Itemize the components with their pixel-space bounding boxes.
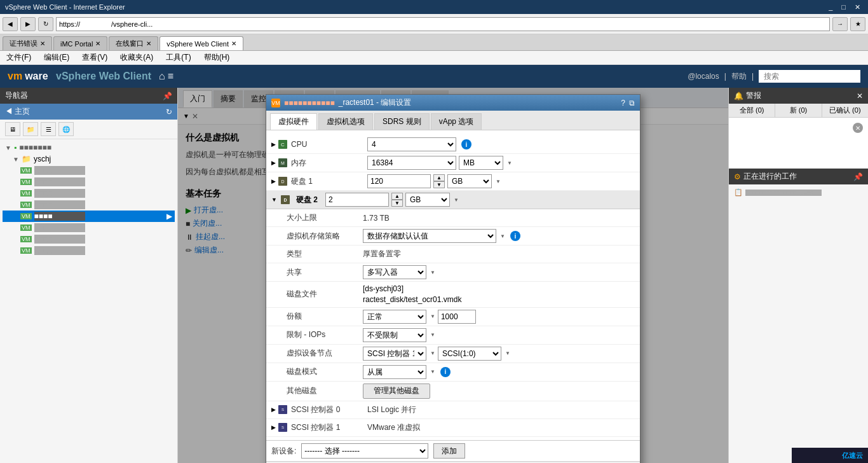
- close-button[interactable]: ✕: [852, 3, 863, 11]
- bottom-logo: 亿速云: [842, 451, 863, 460]
- modal-expand-icon[interactable]: ⧉: [629, 99, 635, 107]
- memory-label: 内存: [291, 158, 367, 169]
- storage-policy-select[interactable]: 数据存储默认认值: [363, 229, 496, 243]
- alert-tab-all[interactable]: 全部 (0): [729, 104, 775, 117]
- manage-disk-button[interactable]: 管理其他磁盘: [363, 384, 430, 399]
- share-num-input[interactable]: [438, 310, 476, 324]
- menu-favorites[interactable]: 收藏夹(A): [118, 51, 156, 64]
- cpu-expand-icon[interactable]: ▶: [271, 141, 276, 148]
- modal-tab-hardware[interactable]: 虚拟硬件: [270, 113, 317, 130]
- tab-close-icon[interactable]: ✕: [40, 40, 45, 47]
- alert-tab-new[interactable]: 新 (0): [775, 104, 822, 117]
- iops-select[interactable]: 不受限制: [363, 328, 426, 342]
- address-bar[interactable]: [56, 17, 830, 31]
- disk2-expand-icon[interactable]: ▼: [271, 197, 277, 203]
- tab-imc-portal[interactable]: iMC Portal ✕: [53, 36, 107, 50]
- disk-mode-select[interactable]: 从属: [363, 365, 426, 379]
- scsi0-expand-icon[interactable]: ▶: [271, 406, 276, 413]
- task-item[interactable]: 📋 ■■■■■■■■■■■■■■■_racte...: [734, 187, 863, 198]
- menu-file[interactable]: 文件(F): [4, 51, 34, 64]
- modal-titlebar: VM ■■■■■■■■■■■ _ractest01 - 编辑设置 ? ⧉: [266, 95, 640, 111]
- cpu-value-select[interactable]: 4: [367, 137, 456, 151]
- share-select[interactable]: 多写入器: [363, 265, 426, 279]
- vsphere-header-right: @localos | 帮助 |: [688, 70, 860, 83]
- disk2-unit-select[interactable]: GB TB: [405, 193, 450, 207]
- tab-online-window[interactable]: 在线窗口 ✕: [109, 36, 158, 50]
- disk1-unit-select[interactable]: GB TB: [447, 174, 492, 188]
- tree-item-7[interactable]: VM ■■■■: [3, 245, 175, 256]
- minimize-button[interactable]: _: [826, 3, 835, 11]
- modal-tab-vapp[interactable]: vApp 选项: [431, 113, 482, 130]
- share-num-arrow: ▼: [430, 314, 435, 319]
- modal-tab-sdrs[interactable]: SDRS 规则: [374, 113, 430, 130]
- storage-policy-info-icon[interactable]: i: [510, 231, 520, 241]
- tab-certificate-error[interactable]: 证书错误 ✕: [3, 36, 52, 50]
- new-device-select[interactable]: ------- 选择 -------: [301, 443, 428, 459]
- memory-value-select[interactable]: 16384: [367, 156, 456, 170]
- tab-close-icon[interactable]: ✕: [95, 40, 100, 47]
- go-button[interactable]: →: [832, 17, 848, 31]
- modal-tab-vm-options[interactable]: 虚拟机选项: [318, 113, 373, 130]
- tree-item-6[interactable]: VM ■■■■: [3, 233, 175, 245]
- disk2-spin-down[interactable]: ▼: [391, 200, 403, 207]
- modal-help-icon[interactable]: ?: [621, 99, 625, 107]
- titlebar-controls[interactable]: _ □ ✕: [826, 3, 863, 11]
- disk-mode-info-icon[interactable]: i: [440, 367, 451, 377]
- scsi1-expand-icon[interactable]: ▶: [271, 424, 276, 431]
- memory-unit-select[interactable]: MB GB: [459, 156, 503, 170]
- menu-tools[interactable]: 工具(T): [163, 51, 193, 64]
- tree-item-root[interactable]: ▼ ▪ ■■■■■■■: [3, 142, 175, 153]
- share-num-select[interactable]: 正常: [363, 310, 426, 324]
- alert-tab-confirmed[interactable]: 已确认 (0): [822, 104, 868, 117]
- menu-view[interactable]: 查看(V): [79, 51, 110, 64]
- refresh-button[interactable]: ↻: [38, 17, 53, 31]
- tree-item-3[interactable]: VM ■■■■: [3, 188, 175, 199]
- cpu-info-icon[interactable]: i: [461, 139, 471, 149]
- home-nav[interactable]: ◀ 主页: [5, 106, 30, 117]
- disk2-value-input[interactable]: [325, 193, 389, 207]
- alerts-close-icon[interactable]: ✕: [857, 92, 863, 100]
- tree-item-5[interactable]: VM ■■■■: [3, 222, 175, 233]
- disk1-spinner: ▲ ▼: [433, 174, 445, 188]
- tab-close-icon[interactable]: ✕: [231, 40, 236, 47]
- disk1-value-input[interactable]: [367, 174, 431, 188]
- help-link[interactable]: 帮助: [731, 71, 747, 82]
- storage-policy-control: 数据存储默认认值 ▼ i: [363, 229, 635, 243]
- tree-item-selected[interactable]: VM ■■■■ ▶: [3, 211, 175, 222]
- sidebar-icon-list[interactable]: ☰: [41, 122, 56, 136]
- tasks-pin-icon[interactable]: 📌: [853, 172, 863, 181]
- tab-label: 在线窗口: [116, 39, 144, 48]
- device-node-select2[interactable]: SCSI(1:0): [438, 347, 501, 361]
- disk1-expand-icon[interactable]: ▶: [271, 178, 276, 184]
- disk2-share-num-row: 份额 正常 ▼: [266, 308, 640, 326]
- tree-item-2[interactable]: VM ■■■■: [3, 176, 175, 188]
- memory-expand-icon[interactable]: ▶: [271, 160, 276, 166]
- menu-edit[interactable]: 编辑(E): [41, 51, 72, 64]
- tab-close-icon[interactable]: ✕: [146, 40, 151, 47]
- tab-vsphere[interactable]: vSphere Web Client ✕: [159, 36, 243, 50]
- alerts-controls[interactable]: ✕: [857, 92, 863, 100]
- tree-item-4[interactable]: VM ■■■■: [3, 199, 175, 211]
- back-button[interactable]: ◀: [3, 17, 18, 31]
- sidebar-icon-folder[interactable]: 📁: [23, 122, 38, 136]
- modal-titlebar-right[interactable]: ? ⧉: [621, 99, 635, 107]
- disk1-spin-up[interactable]: ▲: [433, 174, 445, 181]
- tree-item-yschj[interactable]: ▼ 📁 yschj: [3, 153, 175, 165]
- maximize-button[interactable]: □: [839, 3, 848, 11]
- device-node-select1[interactable]: SCSI 控制器 1: [363, 347, 426, 361]
- disk2-spin-up[interactable]: ▲: [391, 193, 403, 200]
- sidebar-icon-world[interactable]: 🌐: [58, 122, 74, 136]
- sidebar-icon-vm[interactable]: 🖥: [5, 122, 20, 136]
- favorites-button[interactable]: ★: [850, 17, 865, 31]
- scsi0-row: ▶ S SCSI 控制器 0 LSI Logic 并行: [266, 401, 640, 419]
- add-device-button[interactable]: 添加: [433, 443, 465, 459]
- menu-help[interactable]: 帮助(H): [201, 51, 233, 64]
- pin-icon[interactable]: 📌: [163, 92, 172, 100]
- search-input[interactable]: [759, 70, 860, 83]
- disk2-type-row: 类型 厚置备置零: [266, 245, 640, 263]
- forward-button[interactable]: ▶: [20, 17, 36, 31]
- disk-mode-arrow: ▼: [430, 369, 435, 375]
- alerts-dismiss-icon[interactable]: ✕: [853, 123, 863, 133]
- tree-item-1[interactable]: VM ■■■■: [3, 165, 175, 176]
- disk1-spin-down[interactable]: ▼: [433, 181, 445, 188]
